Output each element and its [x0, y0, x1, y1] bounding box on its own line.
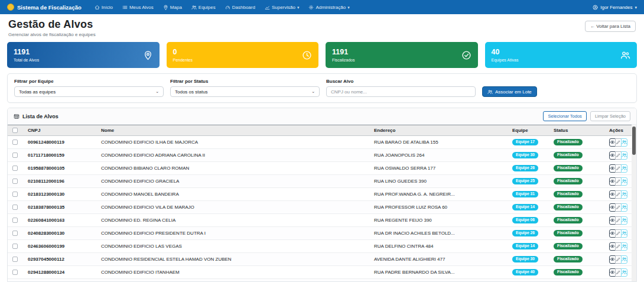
- table-row: 02183123000130CONDOMINIO MANOEL BANDEIRA…: [8, 188, 632, 201]
- pencil-icon: [616, 257, 621, 262]
- row-checkbox[interactable]: [12, 270, 18, 275]
- search-input-wrap: [326, 86, 476, 97]
- stat-value: 1191: [332, 48, 355, 57]
- chart-icon: [265, 5, 270, 10]
- row-checkbox[interactable]: [12, 218, 18, 223]
- table-title-label: Lista de Alvos: [22, 114, 58, 119]
- table-scrollbar-thumb[interactable]: [632, 127, 636, 155]
- eye-icon: [610, 270, 615, 275]
- assign-team-button[interactable]: [621, 216, 627, 225]
- nav-item-label: Equipes: [199, 5, 216, 10]
- filter-status-select[interactable]: Todos os status ⌄: [170, 86, 320, 97]
- equipe-badge: Equipe 06: [512, 217, 538, 224]
- house-icon: [95, 5, 100, 10]
- row-checkbox[interactable]: [12, 166, 18, 171]
- people-icon: [622, 140, 627, 145]
- nav-item-administracao[interactable]: Administração▾: [305, 3, 353, 12]
- geo-pin-icon: [143, 50, 153, 60]
- cell-endereco: RUA DELFINO CINTRA 484: [369, 240, 508, 253]
- people-icon: [622, 153, 627, 158]
- cell-endereco: RUA DR INACIO ACHILES BETOLD...: [369, 227, 508, 240]
- cell-endereco: AVENIDA DANTE ALIGHIERI 477: [369, 253, 508, 266]
- cell-nome: CONDOMINIO EDIFICIO ADRIANA CAROLINA II: [96, 149, 369, 162]
- people-icon: [622, 192, 627, 197]
- equipe-badge: Equipe 17: [512, 139, 538, 146]
- row-checkbox[interactable]: [12, 205, 18, 210]
- nav-item-meus-alvos[interactable]: Meus Alvos: [119, 3, 157, 12]
- search-input[interactable]: [331, 89, 471, 95]
- table-row: 02941288000124CONDOMINIO EDIFICIO ITANHA…: [8, 266, 632, 279]
- status-badge: Fiscalizado: [554, 191, 583, 198]
- table-row: 02408283000130CONDOMINIO EDIFICIO PRESID…: [8, 227, 632, 240]
- assign-team-button[interactable]: [621, 177, 627, 186]
- select-all-checkbox[interactable]: [12, 128, 18, 133]
- eye-icon: [610, 153, 615, 158]
- row-checkbox[interactable]: [12, 244, 18, 249]
- bulk-assign-button[interactable]: Associar em Lote: [482, 86, 537, 97]
- cell-endereco: RUA PADRE BERNARDO DA SILVA...: [369, 266, 508, 279]
- row-checkbox[interactable]: [12, 140, 18, 145]
- nav-item-mapa[interactable]: Mapa: [160, 3, 186, 12]
- bulk-assign-label: Associar em Lote: [495, 89, 532, 95]
- assign-team-button[interactable]: [621, 268, 627, 277]
- user-menu[interactable]: Igor Fernandes ▾: [593, 5, 637, 10]
- table-scrollbar-track: [632, 125, 636, 281]
- nav-item-label: Supervisão: [272, 5, 295, 10]
- people-icon: [622, 244, 627, 249]
- nav-item-equipes[interactable]: Equipes: [188, 3, 219, 12]
- people-icon: [622, 218, 627, 223]
- row-checkbox[interactable]: [12, 179, 18, 184]
- equipe-badge: Equipe 14: [512, 204, 538, 211]
- people-icon: [622, 205, 627, 210]
- status-badge: Fiscalizado: [554, 269, 583, 276]
- stats-row: 1191Total de Alvos0Pendentes1191Fiscaliz…: [7, 42, 637, 68]
- assign-team-button[interactable]: [621, 164, 627, 173]
- status-badge: Fiscalizado: [554, 256, 583, 263]
- assign-team-button[interactable]: [621, 255, 627, 264]
- filters-panel: Filtrar por Equipe Todas as equipes ⌄ Fi…: [7, 73, 637, 103]
- person-circle-icon: [593, 5, 598, 10]
- assign-team-button[interactable]: [621, 242, 627, 251]
- equipe-badge: Equipe 14: [512, 243, 538, 250]
- check-circle-icon: [461, 50, 471, 60]
- table-row: 01711718000159CONDOMINIO EDIFICIO ADRIAN…: [8, 149, 632, 162]
- cell-nome: CONDOMINIO EDIFICIO VILA DE MARAJO: [96, 201, 369, 214]
- nav-item-inicio[interactable]: Início: [91, 3, 116, 12]
- stat-card-fiscalizados: 1191Fiscalizados: [326, 42, 478, 68]
- assign-team-button[interactable]: [621, 229, 627, 238]
- row-checkbox[interactable]: [12, 257, 18, 262]
- people-icon: [620, 50, 630, 60]
- brand[interactable]: Sistema de Fiscalização: [7, 4, 82, 11]
- eye-icon: [610, 179, 615, 184]
- nav-item-dashboard[interactable]: Dashboard: [222, 3, 259, 12]
- assign-team-button[interactable]: [621, 151, 627, 160]
- cell-nome: CONDOMINIO ED. REGINA CELIA: [96, 214, 369, 227]
- column-header-equipe: Equipe: [508, 125, 549, 136]
- row-checkbox[interactable]: [12, 192, 18, 197]
- row-checkbox[interactable]: [12, 231, 18, 236]
- back-to-list-button[interactable]: ← Voltar para Lista: [585, 21, 636, 32]
- cell-cnpj: 02108112000196: [23, 175, 96, 188]
- table-icon: [14, 114, 19, 119]
- page-title: Gestão de Alvos: [8, 18, 96, 31]
- nav-items: InícioMeus AlvosMapaEquipesDashboardSupe…: [91, 3, 593, 12]
- table-card-header: Lista de Alvos Selecionar Todos Limpar S…: [8, 108, 636, 125]
- assign-team-button[interactable]: [621, 203, 627, 212]
- eye-icon: [610, 192, 615, 197]
- cell-endereco: RUA REGENTE FEIJO 390: [369, 214, 508, 227]
- status-badge: Fiscalizado: [554, 230, 583, 237]
- pencil-icon: [616, 244, 621, 249]
- map-pin-icon: [163, 5, 168, 10]
- row-checkbox[interactable]: [12, 153, 18, 158]
- clear-selection-button[interactable]: Limpar Seleção: [590, 111, 630, 121]
- nav-item-supervisao[interactable]: Supervisão▾: [261, 3, 303, 12]
- stat-label: Total de Alvos: [14, 58, 39, 62]
- cell-endereco: RUA JOANOPOLIS 264: [369, 149, 508, 162]
- filter-equipe-value: Todas as equipes: [19, 89, 56, 95]
- select-all-button[interactable]: Selecionar Todos: [543, 111, 586, 121]
- filter-equipe-select[interactable]: Todas as equipes ⌄: [14, 86, 164, 97]
- equipe-badge: Equipe 26: [512, 165, 538, 172]
- assign-team-button[interactable]: [621, 138, 627, 147]
- stat-label: Fiscalizados: [332, 58, 355, 62]
- assign-team-button[interactable]: [621, 190, 627, 199]
